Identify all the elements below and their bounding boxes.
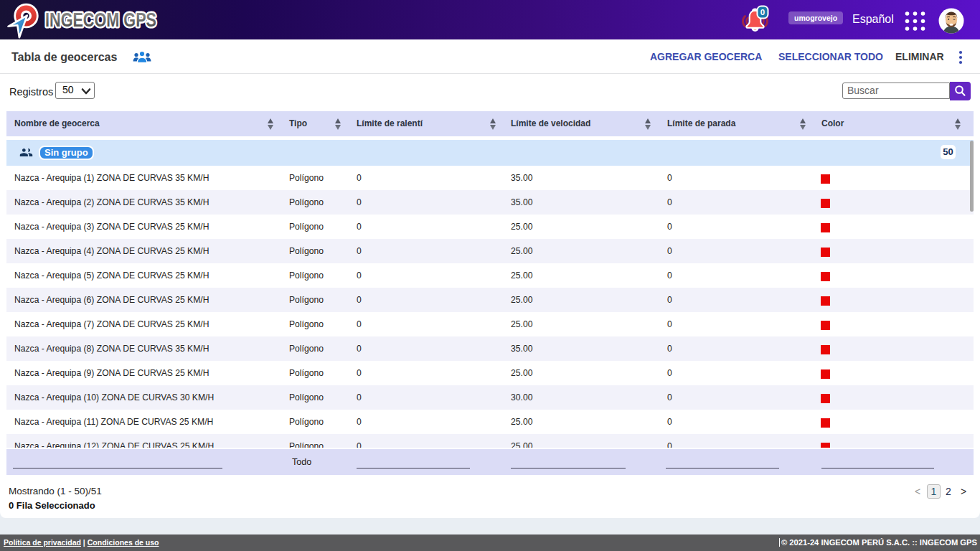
svg-text:0: 0 xyxy=(760,8,765,17)
svg-text:INGECOM GPS: INGECOM GPS xyxy=(45,9,156,31)
